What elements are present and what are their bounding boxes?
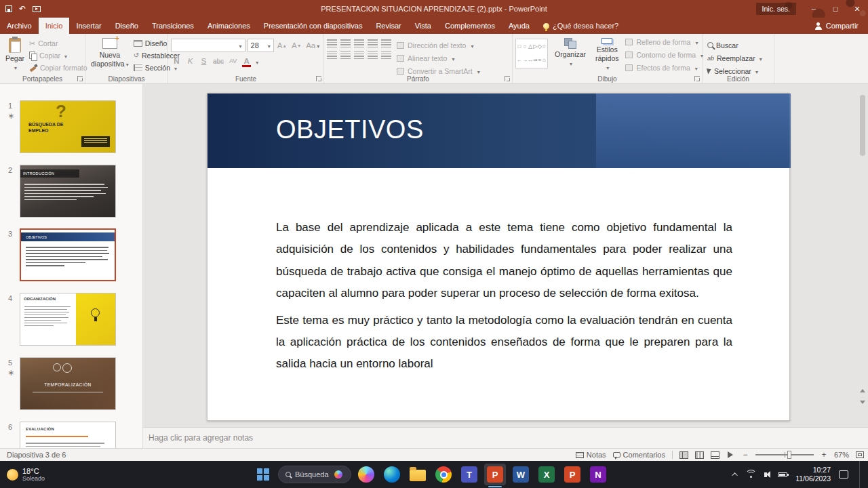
quick-styles-button[interactable]: Estilos rápidos xyxy=(593,36,621,74)
new-slide-button[interactable]: Nueva diapositiva xyxy=(88,36,132,74)
shape-effects-button[interactable]: Efectos de forma xyxy=(625,62,703,74)
minimize-button[interactable] xyxy=(803,0,825,18)
taskbar-edge[interactable] xyxy=(381,464,403,485)
slide-sorter-view-button[interactable] xyxy=(695,451,704,459)
shape-icon[interactable]: □ xyxy=(518,44,521,49)
format-painter-button[interactable]: Copiar formato xyxy=(27,62,89,74)
taskbar-powerpoint-2[interactable]: P xyxy=(561,464,583,485)
dialog-launcher-icon[interactable] xyxy=(316,76,321,81)
weather-widget[interactable]: 18°C Soleado xyxy=(0,461,52,488)
paste-button[interactable]: Pegar xyxy=(3,36,27,74)
shrink-font-button[interactable]: A▼ xyxy=(290,39,302,52)
taskbar-teams[interactable]: T xyxy=(458,464,480,485)
taskbar-powerpoint-active[interactable]: P xyxy=(484,464,506,485)
scrollbar-thumb[interactable] xyxy=(860,95,865,156)
tab-revisar[interactable]: Revisar xyxy=(369,18,408,34)
notification-center-icon[interactable] xyxy=(839,470,848,479)
comments-button[interactable]: Comentarios xyxy=(613,451,665,459)
fit-to-window-icon[interactable] xyxy=(856,451,864,458)
font-name-combo[interactable] xyxy=(171,39,245,52)
zoom-level[interactable]: 67% xyxy=(834,451,849,459)
increase-indent-icon[interactable] xyxy=(368,39,378,47)
tab-archivo[interactable]: Archivo xyxy=(0,18,39,34)
slide-thumbnail-4[interactable]: ORGANIZACIÓN xyxy=(20,293,116,346)
zoom-in-button[interactable]: + xyxy=(821,450,827,460)
share-button[interactable]: Compartir xyxy=(806,18,868,34)
tab-diseno[interactable]: Diseño xyxy=(108,18,145,34)
notes-pane[interactable]: Haga clic para agregar notas xyxy=(143,427,868,448)
tab-ayuda[interactable]: Ayuda xyxy=(502,18,536,34)
shape-fill-button[interactable]: Relleno de forma xyxy=(625,36,703,48)
strikethrough-button[interactable]: abc xyxy=(212,55,225,67)
justify-icon[interactable] xyxy=(368,51,378,59)
taskbar-chrome[interactable] xyxy=(433,464,454,485)
slide-thumbnail-1[interactable]: ? BÚSQUEDA DE EMPLEO xyxy=(20,100,116,153)
sign-in-button[interactable]: Inic. ses. xyxy=(756,3,796,15)
find-button[interactable]: Buscar xyxy=(705,39,771,52)
close-button[interactable] xyxy=(846,0,868,18)
underline-button[interactable]: S xyxy=(198,55,210,67)
columns-icon[interactable] xyxy=(381,51,391,59)
slide-counter[interactable]: Diapositiva 3 de 6 xyxy=(0,451,66,459)
align-center-icon[interactable] xyxy=(340,51,351,59)
start-slideshow-icon[interactable] xyxy=(33,6,41,12)
normal-view-button[interactable] xyxy=(679,451,688,459)
dialog-launcher-icon[interactable] xyxy=(77,76,83,81)
cut-button[interactable]: ✂ Cortar xyxy=(27,37,89,49)
slideshow-view-button[interactable] xyxy=(726,451,735,459)
tab-presentacion[interactable]: Presentación con diapositivas xyxy=(257,18,370,34)
hidden-icons-chevron[interactable] xyxy=(732,472,738,478)
shape-icon[interactable]: ○ xyxy=(524,44,527,49)
shape-icon[interactable]: ▷ xyxy=(533,44,537,49)
taskbar-word[interactable]: W xyxy=(510,464,532,485)
dialog-launcher-icon[interactable] xyxy=(505,76,510,81)
maximize-button[interactable] xyxy=(825,0,846,18)
taskbar-onenote[interactable]: N xyxy=(587,464,609,485)
taskbar-search[interactable]: Búsqueda xyxy=(278,466,351,483)
taskbar-file-explorer[interactable] xyxy=(407,464,429,485)
volume-icon[interactable] xyxy=(764,472,767,477)
shape-icon[interactable]: ↔ xyxy=(528,58,533,63)
shape-outline-button[interactable]: Contorno de forma xyxy=(625,49,703,61)
zoom-slider[interactable] xyxy=(755,454,814,455)
start-button[interactable] xyxy=(252,464,274,485)
vertical-scrollbar[interactable] xyxy=(859,89,867,422)
slide-thumbnail-5[interactable]: TEMPORALIZACIÓN xyxy=(20,357,116,410)
clock[interactable]: 10:27 11/06/2023 xyxy=(795,466,831,483)
text-direction-button[interactable]: Dirección del texto xyxy=(397,39,480,52)
shape-icon[interactable]: ⌂ xyxy=(542,58,546,63)
font-size-combo[interactable]: 28 xyxy=(248,39,274,52)
slide-title[interactable]: OBJETIVOS xyxy=(276,115,424,144)
character-spacing-button[interactable]: AV xyxy=(227,55,239,67)
tab-vista[interactable]: Vista xyxy=(408,18,438,34)
undo-icon[interactable]: ↶ xyxy=(19,5,26,13)
taskbar-excel[interactable]: X xyxy=(536,464,557,485)
shapes-gallery[interactable]: □ ○ △ ▷ ◇ ☆ ← → ↔ ⇒ ≈ ⌂ xyxy=(515,39,548,68)
replace-button[interactable]: ab Reemplazar xyxy=(705,52,771,64)
tab-inicio[interactable]: Inicio xyxy=(39,18,70,34)
grow-font-button[interactable]: A▲ xyxy=(276,39,288,52)
tell-me-box[interactable]: ¿Qué desea hacer? xyxy=(536,18,625,34)
slide-thumbnail-3-selected[interactable]: OBJETIVOS xyxy=(20,228,116,281)
line-spacing-icon[interactable] xyxy=(381,39,391,47)
slide-thumbnail-2[interactable]: INTRODUCCIÓN xyxy=(20,165,116,218)
zoom-out-button[interactable]: − xyxy=(742,450,749,460)
align-left-icon[interactable] xyxy=(327,51,337,59)
copy-button[interactable]: Copiar xyxy=(27,49,89,62)
show-desktop-button[interactable] xyxy=(859,461,861,488)
next-slide-button[interactable] xyxy=(859,399,866,405)
battery-icon[interactable] xyxy=(778,472,787,477)
zoom-slider-thumb[interactable] xyxy=(787,451,791,459)
italic-button[interactable]: K xyxy=(184,55,196,67)
tab-complementos[interactable]: Complementos xyxy=(438,18,502,34)
font-color-button[interactable]: A xyxy=(241,55,252,67)
dialog-launcher-icon[interactable] xyxy=(694,76,700,81)
shape-icon[interactable]: ⇒ xyxy=(533,58,538,63)
decrease-indent-icon[interactable] xyxy=(354,39,364,47)
slide-body-textbox[interactable]: La base del aprendizaje aplicada a este … xyxy=(276,217,732,375)
tab-insertar[interactable]: Insertar xyxy=(69,18,108,34)
align-text-button[interactable]: Alinear texto xyxy=(397,52,480,64)
shape-icon[interactable]: ☆ xyxy=(542,44,547,49)
slide-canvas[interactable]: OBJETIVOS La base del aprendizaje aplica… xyxy=(207,93,790,421)
change-case-button[interactable]: Aa xyxy=(304,39,321,52)
